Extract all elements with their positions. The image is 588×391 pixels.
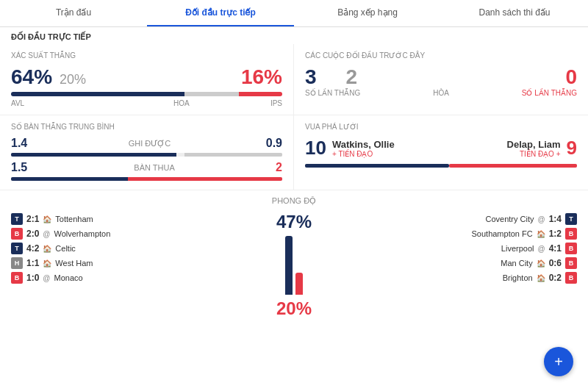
form-opponent: Monaco [54,273,83,282]
badge-b: B [565,272,577,284]
list-item: B 0:2 🏠 Brighton [327,270,577,285]
badge-t: T [11,243,23,254]
form-score: 4:2 [26,243,39,254]
list-item: T 1:4 @ Coventry City [327,212,577,226]
form-score: 1:0 [26,273,39,283]
form-opponent: West Ham [55,259,93,268]
badge-h: H [11,257,23,269]
scored-right: 0.9 [266,137,282,150]
list-item: H 1:1 🏠 West Ham [11,256,261,270]
form-pct-left: 47% [276,212,312,232]
hoa-pct: 20% [60,72,86,89]
tabs-container: Trận đấu Đối đầu trực tiếp Bảng xếp hạng… [0,0,588,27]
bar-v-left [285,236,293,295]
scored-left: 1.4 [11,137,33,150]
bar-hoa [184,92,239,96]
form-score: 4:1 [549,243,562,254]
scorer-right-name: Delap, Liam [507,139,561,150]
hoa-label: HOA [173,99,190,107]
form-header: PHONG ĐỘ [11,196,577,206]
draws: 2 [346,65,358,89]
badge-t: T [565,213,577,225]
form-opponent: Liverpool [501,244,534,253]
bar-avl [11,92,184,96]
form-score: 2:1 [26,214,39,224]
badge-b: B [11,272,23,284]
conceded-right: 2 [276,161,282,174]
bar-ips [239,92,282,96]
scored-bar-right [184,153,282,157]
avl-label: AVL [11,99,24,107]
form-venue: @ [43,230,50,238]
scorer-right-num: 9 [567,137,577,159]
form-venue: 🏠 [537,230,545,238]
goals-header: SỐ BÀN THẮNG TRUNG BÌNH [11,123,282,131]
list-item: B 4:1 @ Liverpool [327,241,577,256]
form-opponent: Southampton FC [472,229,533,238]
form-score: 1:2 [549,229,562,239]
scorer-bar-left [305,164,449,168]
form-venue: @ [43,274,50,282]
tab-tran-dau[interactable]: Trận đấu [0,0,147,26]
form-opponent: Man City [501,259,532,268]
wins-left: 3 [305,65,317,89]
conceded-left: 1.5 [11,161,33,174]
list-item: B 1:0 @ Monaco [11,270,261,285]
form-opponent: Coventry City [485,215,534,223]
list-item: B 0:6 🏠 Man City [327,256,577,270]
wins-right-label: SỐ LẦN THẮNG [522,89,577,97]
form-score: 1:4 [549,214,562,224]
scorer-left-pos: + TIỀN ĐẠO [332,150,395,158]
scored-label: GHI ĐƯỢC [33,139,266,148]
list-item: T 2:1 🏠 Tottenham [11,212,261,226]
form-score: 1:1 [26,258,39,268]
badge-b: B [11,228,23,240]
form-venue: 🏠 [43,245,51,253]
scorers-header: VUA PHÁ LƯỚI [305,123,577,131]
form-venue: 🏠 [537,259,545,268]
tab-doi-dau[interactable]: Đối đầu trực tiếp [147,0,294,26]
form-venue: 🏠 [43,215,51,223]
scored-bar-left [11,153,176,157]
badge-t: T [11,213,23,225]
scorer-right-pos: TIỀN ĐẠO + [507,150,561,158]
section-label: ĐỐI ĐẦU TRỰC TIẾP [11,32,91,41]
form-left: T 2:1 🏠 Tottenham B 2:0 @ Wolverhampton … [11,212,261,319]
form-venue: @ [538,215,545,223]
badge-b: B [565,243,577,254]
form-opponent: Tottenham [55,215,93,223]
form-score: 0:6 [549,258,562,268]
wins-left-label: SỐ LẦN THẮNG [305,89,360,97]
form-opponent: Wolverhampton [54,229,111,238]
tab-danh-sach[interactable]: Danh sách thi đấu [441,0,588,26]
form-venue: @ [538,245,545,253]
badge-b: B [565,257,577,269]
form-score: 0:2 [549,273,562,283]
list-item: B 1:2 🏠 Southampton FC [327,226,577,241]
conceded-bar-left [11,177,128,181]
avl-pct: 64% [11,65,52,89]
form-pct-right: 20% [276,298,312,319]
ips-label: IPS [270,99,282,107]
conceded-bar-right [128,177,282,181]
form-score: 2:0 [26,229,39,239]
conceded-label: BÀN THUA [33,163,276,172]
prev-matches-header: CÁC CUỘC ĐỐI ĐẦU TRƯỚC ĐÂY [305,51,577,60]
list-item: B 2:0 @ Wolverhampton [11,226,261,241]
form-center: 47% 20% [261,212,327,319]
scorer-bar-right [449,164,577,168]
win-prob-header: XÁC SUẤT THẮNG [11,51,282,60]
ips-pct: 16% [241,65,282,89]
wins-right: 0 [565,65,577,89]
list-item: T 4:2 🏠 Celtic [11,241,261,256]
form-venue: 🏠 [43,259,51,268]
tab-bang-xep-hang[interactable]: Bảng xếp hạng [294,0,441,26]
badge-b: B [565,228,577,240]
draws-label: HÒA [433,89,449,97]
form-opponent: Brighton [503,273,533,282]
scorer-left-num: 10 [305,137,326,159]
form-opponent: Celtic [55,244,76,253]
form-right: T 1:4 @ Coventry City B 1:2 🏠 Southampto… [327,212,577,319]
form-venue: 🏠 [537,274,545,282]
bar-v-right [295,273,303,295]
